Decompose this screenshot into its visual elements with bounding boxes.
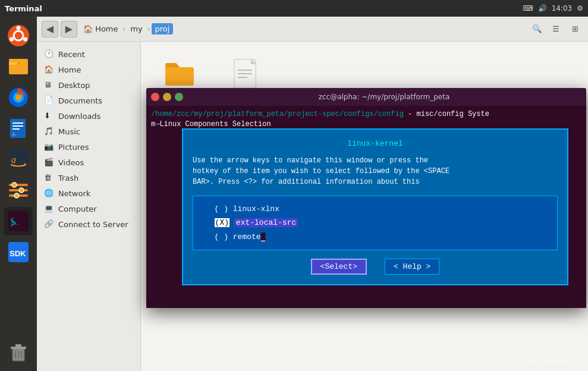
app-title: Terminal (5, 4, 42, 13)
list-view-button[interactable]: ☰ (548, 21, 564, 37)
dock-terminal[interactable]: $_ (4, 207, 33, 235)
terminal-body[interactable]: /home/zcc/my/proj/platform_peta/project-… (146, 106, 586, 308)
back-button[interactable]: ◀ (42, 21, 58, 37)
cursor-block: █ (261, 232, 266, 241)
svg-text:A: A (12, 131, 15, 137)
documents-icon: 📄 (44, 96, 54, 105)
svg-rect-13 (12, 125, 23, 127)
sidebar-item-home[interactable]: 🏠 Home (37, 62, 140, 77)
recent-icon: 🕐 (44, 49, 54, 59)
config-dialog-title: linux-kernel (193, 139, 558, 148)
sidebar-item-pictures[interactable]: 📷 Pictures (37, 139, 140, 155)
breadcrumb-my[interactable]: my (127, 23, 146, 34)
terminal-path-continuation: m→Linux Components Selection (151, 120, 271, 128)
clock: 14:03 (552, 4, 573, 12)
sidebar-item-music[interactable]: 🎵 Music (37, 124, 140, 139)
config-dialog-instructions: Use the arrow keys to navigate this wind… (193, 155, 558, 187)
sidebar-item-trash[interactable]: 🗑 Trash (37, 170, 140, 186)
network-icon: 🌐 (44, 188, 54, 198)
terminal-title: zcc@alpha: ~/my/proj/platform_peta (187, 93, 581, 101)
sidebar-item-network[interactable]: 🌐 Network (37, 186, 140, 201)
config-option-remote[interactable]: ( ) remote█ (205, 230, 545, 244)
home-icon: 🏠 (83, 24, 93, 33)
dock-ubuntu[interactable] (4, 21, 33, 50)
dock-settings[interactable] (4, 176, 33, 205)
dock-files[interactable] (4, 52, 33, 81)
svg-point-10 (15, 95, 21, 100)
help-button[interactable]: < Help > (385, 259, 439, 275)
svg-rect-14 (12, 128, 20, 130)
terminal-path-line: /home/zcc/my/proj/platform_peta/project-… (151, 109, 581, 130)
computer-icon: 💻 (44, 204, 54, 213)
terminal-titlebar: zcc@alpha: ~/my/proj/platform_peta (146, 88, 586, 106)
dock-firefox[interactable] (4, 83, 33, 112)
watermark: CSDN @Hello阿尔法 (518, 357, 582, 366)
svg-rect-7 (9, 62, 17, 65)
breadcrumb: 🏠 Home › my › proj (80, 23, 526, 34)
svg-rect-12 (12, 122, 23, 124)
sidebar-item-videos[interactable]: 🎬 Videos (37, 155, 140, 170)
config-options-box: ( ) linux-xlnx (X) ext-local-src ( ) rem… (193, 196, 558, 250)
svg-rect-30 (15, 344, 21, 347)
sidebar-item-documents[interactable]: 📄 Documents (37, 93, 140, 108)
option-label-linux-xlnx: linux-xlnx (233, 205, 279, 213)
desktop-icon: 🖥 (44, 80, 54, 90)
top-bar: Terminal ⌨ 🔊 14:03 ⚙ (0, 0, 588, 17)
terminal-path-suffix: - misc/config Syste (404, 110, 489, 118)
videos-icon: 🎬 (44, 158, 54, 167)
grid-view-button[interactable]: ⊞ (567, 21, 583, 37)
terminal-window: zcc@alpha: ~/my/proj/platform_peta /home… (146, 88, 586, 308)
fm-sidebar: 🕐 Recent 🏠 Home 🖥 Desktop 📄 Documents ⬇ … (37, 42, 141, 371)
dock-amazon[interactable]: a (4, 145, 33, 174)
top-bar-left: Terminal (5, 4, 42, 13)
svg-point-4 (10, 37, 14, 42)
downloads-icon: ⬇ (44, 111, 54, 121)
terminal-maximize-button[interactable] (175, 93, 183, 101)
sidebar-item-desktop[interactable]: 🖥 Desktop (37, 77, 140, 93)
option-label-remote: remote (233, 232, 261, 241)
svg-point-22 (19, 188, 24, 193)
svg-rect-19 (9, 189, 28, 191)
fm-toolbar: ◀ ▶ 🏠 Home › my › proj 🔍 ☰ ⊞ (37, 17, 588, 42)
connect-server-icon: 🔗 (44, 219, 54, 229)
dock: A a $_ SDK (0, 17, 37, 371)
terminal-path-text: /home/zcc/my/proj/platform_peta/project-… (151, 110, 404, 118)
config-option-ext-local-src[interactable]: (X) ext-local-src (205, 216, 545, 229)
audio-indicator: 🔊 (538, 4, 547, 12)
breadcrumb-sep-1: › (123, 25, 126, 33)
svg-text:SDK: SDK (10, 249, 26, 258)
terminal-close-button[interactable] (151, 93, 159, 101)
search-button[interactable]: 🔍 (529, 21, 545, 37)
svg-point-2 (17, 26, 21, 30)
trash-sidebar-icon: 🗑 (44, 173, 54, 183)
sidebar-item-computer[interactable]: 💻 Computer (37, 201, 140, 216)
config-option-linux-xlnx[interactable]: ( ) linux-xlnx (205, 202, 545, 216)
breadcrumb-home[interactable]: 🏠 Home (80, 23, 122, 34)
sidebar-item-connect-server[interactable]: 🔗 Connect to Server (37, 216, 140, 232)
config-buttons: <Select> < Help > (193, 259, 558, 275)
top-bar-right: ⌨ 🔊 14:03 ⚙ (523, 4, 583, 12)
dock-trash[interactable] (4, 339, 33, 367)
music-icon: 🎵 (44, 127, 54, 136)
svg-point-3 (23, 37, 27, 42)
terminal-minimize-button[interactable] (163, 93, 171, 101)
select-button[interactable]: <Select> (311, 259, 367, 275)
svg-text:a: a (11, 155, 16, 165)
breadcrumb-sep-2: › (147, 25, 150, 33)
dock-libreoffice[interactable]: A (4, 114, 33, 143)
sidebar-item-recent[interactable]: 🕐 Recent (37, 46, 140, 62)
fm-toolbar-right: 🔍 ☰ ⊞ (529, 21, 583, 37)
option-label-ext-local-src: ext-local-src (234, 218, 298, 227)
sidebar-item-downloads[interactable]: ⬇ Downloads (37, 108, 140, 124)
keyboard-indicator: ⌨ (523, 4, 533, 12)
home-sidebar-icon: 🏠 (44, 65, 54, 74)
pictures-icon: 📷 (44, 142, 54, 152)
power-icon[interactable]: ⚙ (577, 4, 583, 12)
svg-rect-5 (9, 59, 28, 74)
dock-sdk[interactable]: SDK (4, 238, 33, 266)
svg-point-21 (12, 183, 17, 187)
config-dialog: linux-kernel Use the arrow keys to navig… (182, 128, 568, 285)
svg-point-23 (14, 193, 19, 198)
breadcrumb-proj[interactable]: proj (152, 23, 174, 34)
forward-button[interactable]: ▶ (61, 21, 77, 37)
